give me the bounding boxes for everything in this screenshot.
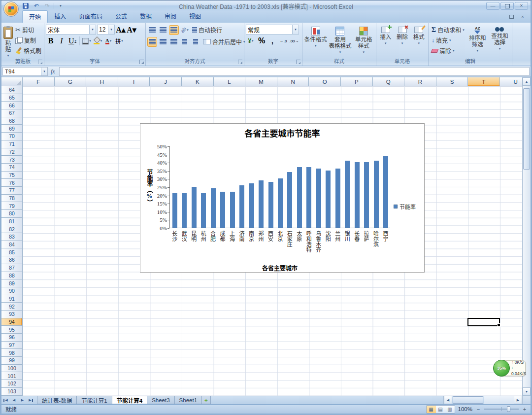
column-header-R[interactable]: R xyxy=(404,77,436,86)
wrap-text-button[interactable]: 自动换行 xyxy=(191,25,224,35)
dialog-launcher-icon[interactable] xyxy=(139,60,144,64)
first-sheet-button[interactable]: ◀ xyxy=(1,396,10,404)
borders-button[interactable]: ▾ xyxy=(82,36,92,46)
row-header-92[interactable]: 92 xyxy=(1,303,22,311)
number-format-combo[interactable]: 常规 ▾ xyxy=(246,25,299,35)
row-header-71[interactable]: 71 xyxy=(1,140,22,148)
bold-button[interactable]: B xyxy=(46,36,56,46)
row-header-67[interactable]: 67 xyxy=(1,109,22,117)
copy-button[interactable]: 复制 xyxy=(14,35,43,45)
row-header-90[interactable]: 90 xyxy=(1,287,22,295)
row-header-100[interactable]: 100 xyxy=(1,365,22,373)
column-header-L[interactable]: L xyxy=(214,77,246,86)
customize-qat-button[interactable]: ▾ xyxy=(56,2,65,10)
column-header-Q[interactable]: Q xyxy=(373,77,405,86)
row-header-78[interactable]: 78 xyxy=(1,195,22,203)
ribbon-tab-4[interactable]: 数据 xyxy=(133,10,158,23)
cell-styles-button[interactable]: 单元格样式 ▾ xyxy=(353,25,374,58)
page-break-view-button[interactable]: ▥ xyxy=(445,406,455,413)
decrease-indent-button[interactable] xyxy=(180,37,190,47)
net-percent-badge[interactable]: 35% xyxy=(493,360,510,377)
row-header-69[interactable]: 69 xyxy=(1,125,22,133)
row-header-74[interactable]: 74 xyxy=(1,164,22,172)
sheet-tab-2[interactable]: 节能计算4 xyxy=(112,396,147,404)
align-left-button[interactable] xyxy=(147,37,157,47)
font-size-combo[interactable]: 12 ▾ xyxy=(97,25,115,35)
row-header-86[interactable]: 86 xyxy=(1,256,22,264)
row-header-73[interactable]: 73 xyxy=(1,156,22,164)
horizontal-scroll-thumb[interactable] xyxy=(453,396,483,404)
align-top-button[interactable] xyxy=(147,25,157,35)
office-button[interactable] xyxy=(3,1,19,17)
ribbon-tab-2[interactable]: 页面布局 xyxy=(72,10,109,23)
column-header-O[interactable]: O xyxy=(309,77,341,86)
scroll-right-arrow[interactable]: ▶ xyxy=(514,396,522,404)
zoom-slider[interactable] xyxy=(484,409,519,410)
sheet-tab-4[interactable]: Sheet1 xyxy=(174,396,202,404)
scroll-down-arrow[interactable]: ▼ xyxy=(523,387,531,396)
page-layout-view-button[interactable]: ▤ xyxy=(436,406,445,413)
zoom-level[interactable]: 100% xyxy=(458,406,472,412)
ribbon-tab-1[interactable]: 插入 xyxy=(48,10,72,23)
ribbon-tab-6[interactable]: 视图 xyxy=(183,10,207,23)
dialog-launcher-icon[interactable] xyxy=(238,60,242,64)
insert-worksheet-tab[interactable]: + xyxy=(201,396,211,404)
italic-button[interactable]: I xyxy=(57,36,66,46)
autosum-button[interactable]: Σ自动求和▾ xyxy=(430,25,466,35)
last-sheet-button[interactable]: ▶ xyxy=(27,396,35,404)
sort-filter-button[interactable]: AZ 排序和筛选 ▾ xyxy=(467,25,488,58)
workbook-restore-button[interactable] xyxy=(506,13,516,20)
cells-area[interactable]: 各省主要城市节能率 节能率（%） 0%5%10%15%20%25%30%35%4… xyxy=(23,86,522,396)
shrink-font-button[interactable]: A▾ xyxy=(127,25,136,35)
accounting-format-button[interactable]: ¥▾ xyxy=(246,36,256,46)
row-header-89[interactable]: 89 xyxy=(1,279,22,287)
row-header-70[interactable]: 70 xyxy=(1,133,22,140)
insert-cells-button[interactable]: 插入 ▾ xyxy=(378,25,394,58)
column-header-T[interactable]: T xyxy=(468,77,500,86)
format-as-table-button[interactable]: 套用表格格式 ▾ xyxy=(329,25,352,58)
column-header-P[interactable]: P xyxy=(341,77,373,86)
next-sheet-button[interactable]: ▶ xyxy=(18,396,27,404)
workbook-close-button[interactable]: × xyxy=(518,13,528,20)
prev-sheet-button[interactable]: ◀ xyxy=(10,396,18,404)
dialog-launcher-icon[interactable] xyxy=(296,60,300,64)
vertical-scrollbar[interactable]: ▲ ▼ xyxy=(522,77,531,396)
align-middle-button[interactable] xyxy=(158,25,168,35)
sheet-tab-1[interactable]: 节能计算1 xyxy=(76,396,112,404)
fill-button[interactable]: ↓填充▾ xyxy=(430,35,466,45)
sheet-tab-3[interactable]: Sheet3 xyxy=(147,396,174,404)
align-bottom-button[interactable] xyxy=(169,25,179,35)
format-cells-button[interactable]: 格式 ▾ xyxy=(411,25,427,58)
column-header-M[interactable]: M xyxy=(245,77,277,86)
row-header-97[interactable]: 97 xyxy=(1,342,22,349)
normal-view-button[interactable]: ▦ xyxy=(427,406,436,413)
row-header-103[interactable]: 103 xyxy=(1,388,22,396)
row-header-98[interactable]: 98 xyxy=(1,349,22,357)
row-header-93[interactable]: 93 xyxy=(1,311,22,318)
minimize-button[interactable]: — xyxy=(486,2,499,10)
formula-input[interactable] xyxy=(59,67,530,76)
decrease-decimal-button[interactable]: .00→ xyxy=(289,36,299,46)
font-name-combo[interactable]: 宋体 ▾ xyxy=(46,25,96,35)
underline-button[interactable]: U▾ xyxy=(67,36,77,46)
clear-button[interactable]: 清除▾ xyxy=(430,45,466,56)
fx-icon[interactable]: fx xyxy=(51,68,55,75)
select-all-corner[interactable] xyxy=(1,77,23,86)
restore-button[interactable] xyxy=(500,2,514,10)
row-header-79[interactable]: 79 xyxy=(1,202,22,210)
format-painter-button[interactable]: 格式刷 xyxy=(14,45,43,56)
column-header-F[interactable]: F xyxy=(23,77,55,86)
row-header-95[interactable]: 95 xyxy=(1,326,22,334)
name-box[interactable]: T94 ▾ xyxy=(2,67,48,76)
column-header-S[interactable]: S xyxy=(436,77,468,86)
redo-button[interactable]: ↷ xyxy=(43,2,52,10)
find-select-button[interactable]: 查找和选择 ▾ xyxy=(489,25,510,58)
row-header-101[interactable]: 101 xyxy=(1,372,22,380)
align-right-button[interactable] xyxy=(169,37,179,47)
ribbon-tab-0[interactable]: 开始 xyxy=(22,10,48,23)
comma-style-button[interactable]: , xyxy=(267,36,277,46)
percent-style-button[interactable]: % xyxy=(257,36,266,46)
row-header-76[interactable]: 76 xyxy=(1,179,22,187)
paste-button[interactable]: 粘贴 ▾ xyxy=(3,25,13,58)
column-header-N[interactable]: N xyxy=(277,77,309,86)
